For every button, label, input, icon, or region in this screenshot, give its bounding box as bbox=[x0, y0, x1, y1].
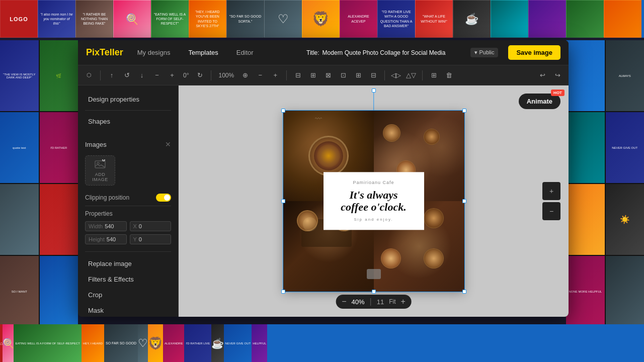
mask-label: Mask bbox=[88, 307, 104, 314]
zoom-fit-button[interactable]: Fit bbox=[389, 298, 395, 305]
logo-highlight: Pix bbox=[86, 47, 100, 57]
toolbar-move-down[interactable]: ↓ bbox=[136, 69, 148, 81]
toolbar-zoom-minus[interactable]: − bbox=[254, 69, 266, 81]
toolbar-undo[interactable]: ↩ bbox=[536, 69, 548, 81]
bottom-tile-2: EATING WELL IS A FORM OF SELF-RESPECT bbox=[14, 324, 81, 362]
zoom-value-display: 40% bbox=[352, 298, 365, 306]
title-value: Modern Quote Photo Collage for Social Me… bbox=[323, 49, 446, 56]
toolbar-zoom-icon[interactable]: ⊕ bbox=[239, 69, 251, 81]
replace-image-item[interactable]: Replace image bbox=[85, 256, 171, 272]
strip-tile-2: "I RATHER BE NOTHING THAN BEING FAKE" bbox=[75, 0, 113, 38]
x-field[interactable]: X 0 bbox=[130, 221, 172, 231]
strip-tile-8: 🦁 bbox=[302, 0, 340, 38]
side-left-tile-8 bbox=[40, 256, 78, 327]
clipping-toggle[interactable] bbox=[156, 194, 171, 202]
strip-tile-extra2 bbox=[528, 0, 566, 38]
toolbar-flip-v[interactable]: △▽ bbox=[405, 69, 417, 81]
toolbar-minus[interactable]: − bbox=[151, 69, 163, 81]
selection-handle-top[interactable] bbox=[372, 88, 376, 93]
strip-tile-extra3 bbox=[566, 0, 604, 38]
toolbar-sep-3 bbox=[286, 70, 287, 80]
clipping-label: Clipping position bbox=[85, 194, 129, 201]
strip-tile-extra1 bbox=[491, 0, 528, 38]
width-value: 540 bbox=[105, 223, 114, 229]
main-text: It's always coffee o'clock. bbox=[334, 189, 414, 213]
toolbar-flip-h[interactable]: ◁▷ bbox=[390, 69, 402, 81]
toolbar-zoom-plus[interactable]: + bbox=[269, 69, 281, 81]
toolbar-align-bottom[interactable]: ⊟ bbox=[367, 69, 379, 81]
bottom-tile-10: ☕ bbox=[211, 324, 224, 362]
width-field[interactable]: Width 540 bbox=[85, 221, 127, 231]
crop-item[interactable]: Crop bbox=[85, 287, 171, 303]
clipping-position-row: Clipping position bbox=[78, 190, 178, 206]
toolbar-delete[interactable]: 🗑 bbox=[443, 69, 455, 81]
strip-tile-4: "EATING WELL IS A FORM OF SELF-RESPECT" bbox=[151, 0, 189, 38]
toolbar-zoom: 100% bbox=[216, 72, 236, 79]
y-field[interactable]: Y 0 bbox=[130, 234, 172, 244]
toolbar-sep-1 bbox=[100, 70, 101, 80]
width-label: Width bbox=[89, 223, 103, 229]
main-content: Design properties Shapes Images ✕ bbox=[78, 85, 569, 317]
save-image-button[interactable]: Save image bbox=[508, 45, 560, 60]
bottom-tile-12: NEVER GIVE OUT bbox=[224, 324, 252, 362]
hot-badge: HOT bbox=[551, 89, 565, 96]
images-close-icon[interactable]: ✕ bbox=[165, 140, 171, 148]
toolbar-align-center-v[interactable]: ⊞ bbox=[352, 69, 364, 81]
coffee-cup bbox=[308, 136, 349, 176]
visibility-badge[interactable]: ▾ Public bbox=[470, 48, 498, 57]
expand-right-top[interactable]: + bbox=[542, 182, 560, 200]
nav-templates[interactable]: Templates bbox=[184, 47, 222, 58]
add-image-bottom-text: IMAGE bbox=[92, 177, 108, 182]
strip-tile-11: "WHAT A LIFE WITHOUT WIN!" bbox=[415, 0, 453, 38]
left-side-panel: "THE VIEW IS MOSTLY DARK AND DEEP" 🌿 quo… bbox=[0, 40, 78, 327]
nav-editor[interactable]: Editor bbox=[232, 47, 258, 58]
logo-text: PixTeller bbox=[86, 47, 123, 57]
divider-1 bbox=[85, 110, 171, 111]
toolbar-align-right[interactable]: ⊠ bbox=[322, 69, 334, 81]
shapes-item[interactable]: Shapes bbox=[85, 114, 171, 129]
y-label: Y bbox=[133, 236, 137, 242]
toolbar-redo[interactable]: ↪ bbox=[551, 69, 564, 81]
top-banner-strip: LOGO "I also more non I he you nominator… bbox=[0, 0, 644, 38]
height-value: 540 bbox=[107, 236, 116, 242]
toolbar: ⬡ ↑ ↺ ↓ − + 0° ↻ 100% ⊕ − + ⊟ ⊞ ⊠ ⊡ ⊞ ⊟ … bbox=[78, 65, 569, 85]
zoom-separator: | bbox=[370, 297, 372, 306]
image-actions-section: Replace image Filters & Effects Crop Mas… bbox=[78, 252, 178, 317]
toolbar-group[interactable]: ⊞ bbox=[428, 69, 440, 81]
side-right-tile-8 bbox=[606, 256, 645, 327]
side-left-tile-7: SO I WANT bbox=[0, 256, 39, 327]
side-right-tile-5 bbox=[566, 184, 605, 255]
toolbar-plus[interactable]: + bbox=[166, 69, 178, 81]
bottom-tile-14: HELPFUL bbox=[252, 324, 267, 362]
height-field[interactable]: Height 540 bbox=[85, 234, 127, 244]
toolbar-move-up[interactable]: ↑ bbox=[106, 69, 118, 81]
toolbar-align-top[interactable]: ⊡ bbox=[337, 69, 349, 81]
text-overlay-card: Pamirioanu Cafe It's always coffee o'clo… bbox=[324, 172, 424, 230]
toolbar-rotate-icon[interactable]: ↻ bbox=[194, 69, 206, 81]
strip-tile-3: 🍭 bbox=[113, 0, 151, 38]
toolbar-sep-2 bbox=[211, 70, 211, 80]
strip-logo: LOGO bbox=[0, 0, 38, 38]
visibility-label: Public bbox=[479, 49, 494, 55]
app-logo: PixTeller bbox=[86, 47, 123, 58]
replace-image-label: Replace image bbox=[88, 260, 132, 267]
strip-tile-5: "HEY, I HEARD YOU'VE BEEN INVITED TO SKY… bbox=[189, 0, 226, 38]
mask-item[interactable]: Mask bbox=[85, 303, 171, 317]
toolbar-align-left[interactable]: ⊟ bbox=[292, 69, 304, 81]
bottom-tile-8: I'D RATHER LIVE bbox=[184, 324, 211, 362]
toolbar-rotate-ccw[interactable]: ↺ bbox=[121, 69, 133, 81]
expand-right-bottom[interactable]: − bbox=[542, 202, 560, 220]
side-right-tile-3 bbox=[566, 112, 605, 183]
design-properties-item[interactable]: Design properties bbox=[85, 92, 171, 107]
zoom-plus-button[interactable]: + bbox=[401, 298, 406, 306]
nav-my-designs[interactable]: My designs bbox=[133, 47, 175, 58]
animate-button[interactable]: HOT Animate bbox=[519, 94, 560, 109]
add-image-button[interactable]: ADD IMAGE bbox=[85, 155, 115, 186]
toolbar-align-center-h[interactable]: ⊞ bbox=[307, 69, 319, 81]
tagline-text: Sip and enjoy. bbox=[334, 218, 414, 222]
side-left-tile-4: I'D RATHER bbox=[40, 112, 78, 183]
height-y-row: Height 540 Y 0 bbox=[85, 234, 171, 244]
filters-effects-item[interactable]: Filters & Effects bbox=[85, 272, 171, 287]
images-title: Images bbox=[85, 141, 107, 148]
zoom-minus-button[interactable]: − bbox=[342, 298, 346, 306]
